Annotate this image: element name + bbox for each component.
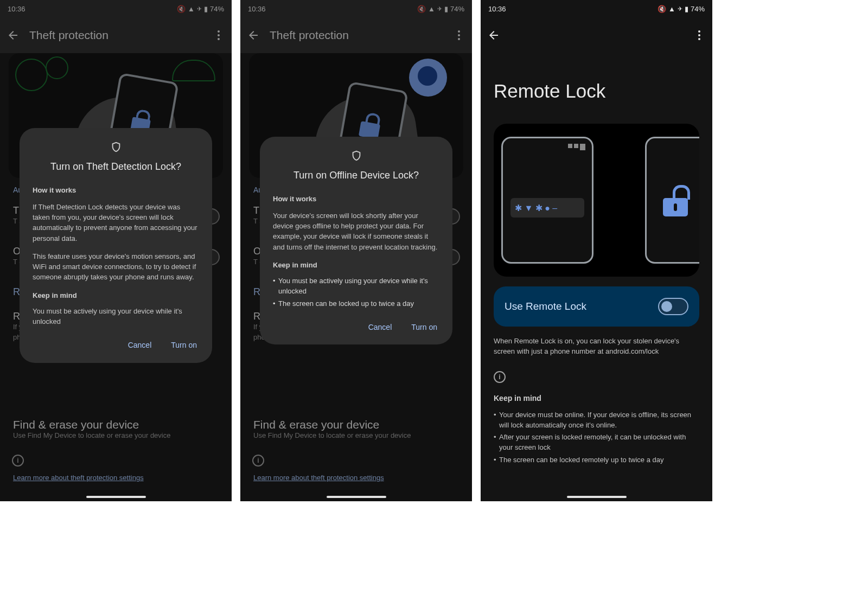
nav-pill[interactable] [86,496,146,498]
mute-icon: 🔇 [658,5,666,13]
keep-item: The screen can be locked remotely up to … [494,455,699,465]
keep-item: The screen can be locked up to twice a d… [273,298,439,309]
back-icon[interactable] [487,29,500,42]
keep-item: You must be actively using your device w… [273,276,439,296]
password-glyphs: ✱ ▼ ✱ ● – [515,203,557,213]
keep-in-mind-heading: Keep in mind [494,394,699,403]
dialog-paragraph: Your device's screen will lock shortly a… [273,210,439,252]
device-right [645,137,699,264]
dialog-title: Turn on Offline Device Lock? [273,168,439,183]
status-bar: 10:36 🔇 ▲ ✈ ▮ 74% [481,0,712,17]
dialog-theft-detection: Turn on Theft Detection Lock? How it wor… [20,128,212,363]
use-remote-lock-row[interactable]: Use Remote Lock [494,286,699,327]
info-icon: i [494,371,506,383]
shield-icon [273,150,439,162]
dialog-paragraph: This feature uses your device's motion s… [33,251,199,283]
toolbar [481,17,712,53]
turn-on-button[interactable]: Turn on [169,335,199,355]
password-field-graphic: ✱ ▼ ✱ ● – [510,198,584,218]
toggle-label: Use Remote Lock [505,301,586,312]
overflow-icon[interactable] [693,30,706,40]
screen-title: Remote Lock [494,80,699,102]
keep-item: Your device must be online. If your devi… [494,410,699,431]
cancel-button[interactable]: Cancel [366,317,394,337]
dialog-actions: Cancel Turn on [273,317,439,337]
status-icons: 🔇 ▲ ✈ ▮ 74% [658,5,705,13]
dialog-offline-lock: Turn on Offline Device Lock? How it work… [260,137,452,344]
dialog-actions: Cancel Turn on [33,335,199,355]
remote-lock-screen: Remote Lock ✱ ▼ ✱ ● – Use Remote Lock Wh… [481,53,712,501]
wifi-icon: ▲ [668,5,675,13]
screenshot-3: 10:36 🔇 ▲ ✈ ▮ 74% Remote Lock ✱ ▼ ✱ ● – [481,0,712,501]
description: When Remote Lock is on, you can lock you… [494,336,699,357]
dialog-body: How it works Your device's screen will l… [273,194,439,309]
keep-in-mind-heading: Keep in mind [33,290,199,301]
keep-item: After your screen is locked remotely, it… [494,432,699,453]
hero-illustration: ✱ ▼ ✱ ● – [494,124,699,277]
screenshot-2: 10:36 🔇 ▲ ✈ ▮ 74% Theft protection Au T … [240,0,472,501]
cancel-button[interactable]: Cancel [126,335,154,355]
battery-pct: 74% [691,5,705,13]
dialog-body: How it works If Theft Detection Lock det… [33,185,199,327]
shield-icon [33,141,199,153]
nav-pill[interactable] [567,496,627,498]
dialog-paragraph: If Theft Detection Lock detects your dev… [33,202,199,244]
how-it-works-heading: How it works [33,185,199,195]
screenshot-1: 10:36 🔇 ▲ ✈ ▮ 74% Theft protection Au T … [0,0,232,501]
airplane-icon: ✈ [678,5,682,12]
status-time: 10:36 [488,5,506,13]
turn-on-button[interactable]: Turn on [409,317,439,337]
battery-icon: ▮ [685,5,688,13]
dialog-title: Turn on Theft Detection Lock? [33,159,199,174]
device-left: ✱ ▼ ✱ ● – [501,137,593,264]
keep-in-mind-heading: Keep in mind [273,260,439,270]
nav-pill[interactable] [327,496,386,498]
how-it-works-heading: How it works [273,194,439,204]
unlock-icon [663,198,688,216]
toggle-switch[interactable] [658,298,688,315]
keep-item: You must be actively using your device w… [33,306,199,327]
